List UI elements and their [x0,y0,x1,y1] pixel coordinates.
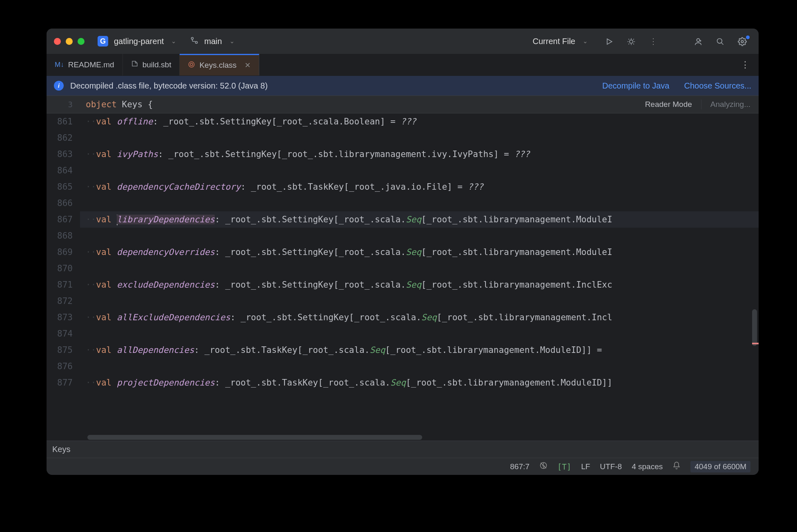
horizontal-scrollbar[interactable] [87,435,422,440]
svg-point-5 [741,40,744,43]
code-line[interactable] [86,162,759,179]
run-icon[interactable] [603,37,615,46]
vertical-scrollbar[interactable] [752,309,757,346]
status-bar: 867:7 [T] LF UTF-8 4 spaces 4049 of 6600… [47,458,759,475]
gutter-line-number: 872 [47,293,80,309]
titlebar: G gatling-parent ⌄ main ⌄ Current File ⌄… [47,29,759,54]
caret-position[interactable]: 867:7 [510,462,530,471]
code-line[interactable] [86,326,759,342]
svg-point-0 [191,37,194,39]
project-selector[interactable]: gatling-parent [114,37,164,46]
search-icon[interactable] [715,37,726,46]
code-line[interactable]: ··val allDependencies: _root_.sbt.TaskKe… [86,342,759,358]
branch-selector[interactable]: main [204,37,222,46]
more-icon[interactable]: ⋮ [648,36,659,46]
text-mode-indicator[interactable]: [T] [557,462,571,471]
class-icon [188,61,195,70]
line-separator[interactable]: LF [581,462,590,471]
svg-point-2 [630,40,633,43]
breadcrumb-item[interactable]: Keys [52,445,70,454]
gutter-line-number: 864 [47,162,80,179]
code-line[interactable] [86,195,759,211]
tabs-more-icon[interactable]: ⋮ [732,54,759,75]
code-line[interactable] [86,228,759,244]
svg-point-4 [717,39,722,44]
maximize-window-button[interactable] [78,38,85,45]
project-badge: G [98,36,108,47]
code-line[interactable]: ··val allExcludeDependencies: _root_.sbt… [86,309,759,326]
code-line[interactable] [86,130,759,146]
gutter-line-number: 877 [47,375,80,391]
gutter-line-number: 862 [47,130,80,146]
gutter-line-number: 873 [47,309,80,326]
gutter-line-number: 876 [47,358,80,375]
editor-area[interactable]: 8618628638648658668678688698708718728738… [47,113,759,441]
code-line[interactable] [86,260,759,277]
svg-point-6 [189,62,195,67]
code-content[interactable]: ··val offline: _root_.sbt.SettingKey[_ro… [80,113,759,441]
ide-window: G gatling-parent ⌄ main ⌄ Current File ⌄… [47,29,759,475]
svg-point-3 [697,39,699,42]
code-line[interactable]: ··val excludeDependencies: _root_.sbt.Se… [86,277,759,293]
gutter-line-number: 865 [47,179,80,195]
close-window-button[interactable] [54,38,61,45]
gutter-line-number: 866 [47,195,80,211]
editor-tabs: M↓ README.md build.sbt Keys.class ✕ ⋮ [47,54,759,76]
run-config-selector[interactable]: Current File [533,37,575,46]
tab-keys-class[interactable]: Keys.class ✕ [180,54,259,75]
gutter-line-number: 867 [47,211,80,228]
notification-bar: i Decompiled .class file, bytecode versi… [47,76,759,95]
tab-label: Keys.class [199,61,236,70]
gutter-line-number: 870 [47,260,80,277]
separator [701,100,701,109]
tab-label: README.md [68,60,114,69]
sticky-line-number: 3 [47,100,80,109]
code-line[interactable]: ··val offline: _root_.sbt.SettingKey[_ro… [86,113,759,130]
chevron-down-icon: ⌄ [229,38,235,45]
code-line[interactable] [86,293,759,309]
error-stripe-mark[interactable] [752,343,759,344]
code-line[interactable]: ··val dependencyOverrides: _root_.sbt.Se… [86,244,759,260]
decompile-link[interactable]: Decompile to Java [602,81,670,91]
tab-readme[interactable]: M↓ README.md [47,54,123,75]
code-line[interactable]: ··val dependencyCacheDirectory: _root_.s… [86,179,759,195]
gutter-line-number: 869 [47,244,80,260]
info-icon: i [54,81,64,91]
chevron-down-icon: ⌄ [583,38,588,45]
gutter-line-number: 861 [47,113,80,130]
object-name: Keys [122,100,143,109]
sbt-icon [131,60,138,69]
minimize-window-button[interactable] [66,38,73,45]
gutter-line-number: 868 [47,228,80,244]
notification-text: Decompiled .class file, bytecode version… [70,81,268,91]
markdown-icon: M↓ [55,61,64,69]
indent-settings[interactable]: 4 spaces [632,462,663,471]
keyword: object [86,100,117,109]
choose-sources-link[interactable]: Choose Sources... [684,81,751,91]
breadcrumb-bar: Keys [47,441,759,458]
sticky-code: object Keys { [80,100,645,109]
reader-mode-toggle[interactable]: Reader Mode [645,100,692,109]
brace: { [148,100,153,109]
file-encoding[interactable]: UTF-8 [600,462,622,471]
debug-icon[interactable] [626,37,637,46]
code-with-me-icon[interactable] [692,36,704,46]
svg-point-7 [190,63,193,66]
tab-label: build.sbt [142,60,171,69]
memory-indicator[interactable]: 4049 of 6600M [690,461,750,472]
code-line[interactable] [86,358,759,375]
chevron-down-icon: ⌄ [171,38,176,45]
gutter-line-number: 875 [47,342,80,358]
branch-icon [190,36,198,47]
power-save-icon[interactable] [539,461,548,472]
close-icon[interactable]: ✕ [245,61,251,70]
code-line[interactable]: ··val libraryDependencies: _root_.sbt.Se… [80,211,759,228]
code-line[interactable]: ··val projectDependencies: _root_.sbt.Ta… [86,375,759,391]
settings-icon[interactable] [737,36,748,46]
tab-build-sbt[interactable]: build.sbt [123,54,180,75]
notifications-icon[interactable] [672,461,681,472]
gutter-line-number: 874 [47,326,80,342]
gutter-line-number: 863 [47,146,80,162]
window-controls [54,38,85,45]
code-line[interactable]: ··val ivyPaths: _root_.sbt.SettingKey[_r… [86,146,759,162]
